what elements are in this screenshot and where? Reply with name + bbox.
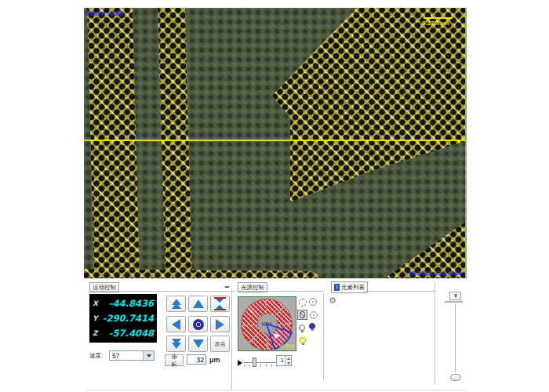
dro-row-z: Z -57.4048 [93, 328, 154, 339]
axis-value: -290.7414 [103, 313, 154, 324]
dashed-circle-icon [299, 299, 307, 307]
lamp-glow-button[interactable] [300, 337, 306, 343]
axis-label: Z [93, 329, 98, 337]
brightness-slider[interactable] [244, 362, 278, 363]
step-input[interactable] [187, 354, 206, 365]
selected-segment-label: 环形光 [280, 343, 296, 350]
scrollbar-thumb[interactable] [450, 374, 461, 381]
double-up-icon [172, 299, 181, 309]
stage-position-readout: -43.2432,-291.4638 [406, 270, 461, 277]
jog-down-fast-button[interactable] [166, 336, 186, 352]
panel-divider [364, 291, 434, 292]
scale-bar [424, 17, 453, 19]
tab-jog-label: 运动控制 [93, 284, 116, 292]
lamp-off-button[interactable] [299, 325, 305, 331]
jog-left-button[interactable] [166, 316, 186, 332]
home-button[interactable]: 原点 [210, 336, 230, 352]
slider-thumb[interactable] [253, 358, 256, 367]
bulb-glow-icon [300, 337, 306, 343]
speed-dropdown-button[interactable] [143, 351, 154, 360]
light-mode-selected-button[interactable] [297, 310, 307, 320]
autofocus-button[interactable] [210, 296, 230, 312]
autofocus-icon [214, 297, 226, 310]
circle-slash-icon [300, 311, 305, 318]
camera-view[interactable]: 6.270mm Zoom: 0.86 -43.2432,-291.4638 [84, 8, 467, 278]
home-button-label: 原点 [215, 340, 226, 348]
light-mode-all-button[interactable] [309, 298, 317, 306]
app-window: 6.270mm Zoom: 0.86 -43.2432,-291.4638 运动… [0, 0, 549, 392]
step-button[interactable]: 步长 [165, 354, 184, 366]
jog-down-button[interactable] [188, 336, 208, 352]
spin-down-icon [287, 362, 290, 365]
bulb-filled-icon [309, 323, 315, 329]
scale-bar-label: 6.270mm [422, 20, 449, 27]
slider-min-icon [238, 360, 242, 366]
axis-label: Y [93, 314, 98, 322]
circle-icon [310, 311, 318, 319]
stop-button[interactable] [188, 316, 208, 332]
step-button-label: 步长 [170, 353, 178, 368]
jog-up-button[interactable] [188, 296, 208, 312]
gear-icon[interactable]: ⚙ [329, 296, 336, 305]
chevron-down-icon [147, 354, 151, 358]
crosshair-line [84, 140, 465, 141]
panel-separator [323, 292, 324, 379]
down-arrow-icon [193, 339, 204, 348]
jog-right-button[interactable] [210, 316, 230, 332]
scrollbar-top-line [445, 301, 463, 303]
stop-icon [193, 319, 204, 330]
zoom-readout: Zoom: 0.86 [86, 9, 124, 17]
tab-element-list[interactable]: ! 元素列表 [331, 281, 368, 293]
info-icon: ! [334, 284, 340, 291]
selected-segment-outline [238, 297, 296, 350]
slider-ticks [244, 365, 278, 367]
dro-row-y: Y -290.7414 [93, 313, 154, 324]
step-unit-label: μm [209, 356, 220, 364]
circle-icon [309, 298, 317, 306]
scroll-up-button[interactable] [449, 292, 461, 300]
panel-separator [434, 281, 435, 384]
axis-value: -57.4048 [109, 328, 154, 339]
bottom-divider [86, 390, 465, 390]
panel-divider [238, 291, 323, 292]
spin-up-icon [287, 358, 290, 360]
tab-light-label: 光源控制 [241, 284, 264, 292]
tab-element-list-label: 元素列表 [341, 284, 365, 292]
dro-display: X -44.8436 Y -290.7414 Z -57.4048 [89, 294, 157, 343]
double-down-icon [172, 339, 181, 349]
axis-value: -44.8436 [109, 298, 154, 309]
bulb-icon [299, 325, 305, 331]
left-arrow-icon [172, 319, 180, 330]
double-chevron-icon [454, 296, 457, 298]
spinner-buttons[interactable] [285, 356, 291, 365]
speed-select[interactable]: 57 [109, 350, 155, 361]
ring-light-control[interactable]: MPA 环形光 [238, 296, 296, 351]
scrollbar-track[interactable] [455, 303, 456, 372]
speed-value: 57 [110, 352, 143, 360]
light-mode-ring-button[interactable] [310, 311, 318, 319]
panel-separator [231, 289, 232, 390]
dro-row-x: X -44.8436 [93, 298, 154, 309]
lamp-on-button[interactable] [309, 323, 315, 329]
light-mode-dashed-button[interactable] [299, 299, 307, 307]
speed-label: 速度: [89, 352, 103, 360]
mesh-region-right [84, 8, 465, 278]
up-arrow-icon [193, 299, 204, 308]
collapse-handle[interactable] [225, 286, 229, 288]
panel-divider [89, 291, 235, 292]
jog-up-fast-button[interactable] [166, 296, 186, 312]
brightness-spinner[interactable]: 1 [276, 355, 292, 366]
right-arrow-icon [216, 319, 224, 330]
axis-label: X [93, 299, 98, 307]
brightness-value: 1 [277, 356, 285, 365]
